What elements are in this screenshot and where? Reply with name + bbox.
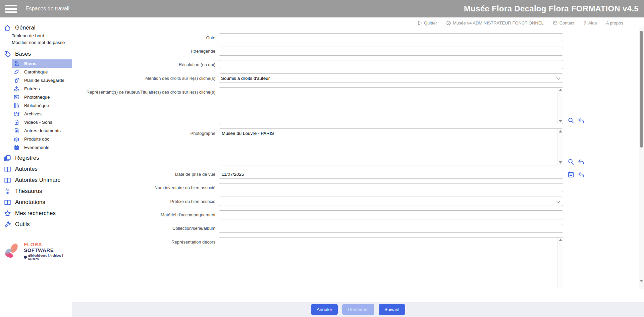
representation-decors-textarea[interactable]: [219, 237, 563, 288]
home-icon: [3, 24, 11, 32]
form-action-bar: Annuler Précédent Suivant: [72, 302, 644, 317]
search-icon[interactable]: [567, 117, 575, 124]
sidebar-item-evenements[interactable]: Evènements: [12, 143, 72, 152]
undo-icon[interactable]: [578, 171, 585, 178]
main-content: Quitter Musée v4 ADMINISTRATEUR FONCTION…: [72, 17, 644, 317]
open-book-icon: [3, 198, 11, 206]
textarea-scrollbar[interactable]: [557, 88, 563, 124]
about-link[interactable]: A propos: [606, 20, 623, 25]
resolution-input[interactable]: [219, 60, 563, 69]
sidebar-section-registres[interactable]: Registres: [0, 153, 72, 163]
fire-extinguisher-icon: [13, 77, 20, 84]
search-icon[interactable]: [567, 158, 575, 165]
sidebar-item-autres-documents[interactable]: Autres documents: [12, 126, 72, 135]
sidebar-section-outils[interactable]: Outils: [0, 220, 72, 229]
sidebar-item-phototheque[interactable]: Photothèque: [12, 93, 72, 101]
date-prise-de-vue-input[interactable]: [219, 170, 563, 179]
sidebar: Général Tableau de bord Modifier son mot…: [0, 17, 72, 317]
pen-icon: [13, 68, 20, 75]
logo-brand-flora: FLORA: [24, 242, 42, 247]
sidebar-section-general[interactable]: Général: [0, 23, 72, 33]
field-label-representant-droits: Représentant(s) de l'auteur/Titulaire(s)…: [72, 87, 219, 95]
copies-icon: [3, 154, 11, 162]
butterfly-logo-icon: [3, 241, 21, 261]
photo-icon: [13, 94, 20, 101]
inbox-download-icon: [13, 85, 20, 92]
tag-icon: [3, 50, 11, 58]
sidebar-section-thesaurus[interactable]: A↓↑B Thesaurus: [0, 187, 72, 196]
photographe-textarea[interactable]: Musée du Louvre - PARIS: [219, 128, 563, 165]
sidebar-item-tableau-de-bord[interactable]: Tableau de bord: [0, 33, 72, 39]
record-edit-form: Cote Titre/légende Résolution (en dpi) M…: [72, 29, 639, 288]
field-label-date-prise-de-vue: Date de prise de vue: [72, 172, 219, 177]
mention-droits-select[interactable]: Soumis à droits d'auteur: [219, 73, 563, 83]
paper-stack-icon: [13, 136, 20, 143]
textarea-scrollbar[interactable]: [557, 129, 563, 165]
sidebar-section-autorites-unimarc[interactable]: Autorités Unimarc: [0, 175, 72, 185]
num-inventaire-input[interactable]: [219, 183, 563, 192]
logo-brand-software: SOFTWARE: [24, 247, 54, 253]
undo-icon[interactable]: [578, 117, 585, 124]
open-book-icon: [3, 176, 11, 184]
books-icon: [13, 102, 20, 109]
sidebar-section-bases[interactable]: Bases: [0, 49, 72, 59]
sidebar-section-annotations[interactable]: Annotations: [0, 198, 72, 207]
next-button[interactable]: Suivant: [379, 304, 405, 315]
sidebar-item-biens[interactable]: ♘ Biens: [12, 59, 72, 68]
logo-dot: [24, 256, 27, 259]
field-label-collection-serie-album: Collection/série/album: [72, 226, 219, 231]
sidebar-item-entrees[interactable]: Entrées: [12, 85, 72, 93]
logo-tagline: Bibliothèques | Archives | Musées: [28, 254, 72, 261]
field-label-mention-droits: Mention des droits sur le(s) cliché(s): [72, 76, 219, 81]
titre-legende-input[interactable]: [219, 47, 563, 56]
calendar-picker-icon[interactable]: [567, 171, 575, 178]
representant-droits-textarea[interactable]: [219, 87, 563, 124]
page-scrollbar[interactable]: [639, 27, 644, 289]
scroll-down-icon[interactable]: [640, 280, 643, 288]
field-label-materiel-accompagnement: Matériel d'accompagnement: [72, 212, 219, 217]
open-box-icon: [13, 110, 20, 117]
chess-knight-icon: ♘: [13, 60, 20, 67]
sort-alpha-icon: A↓↑B: [3, 187, 11, 195]
field-label-cote: Cote: [72, 35, 219, 40]
workspace-label[interactable]: Espaces de travail: [25, 6, 69, 12]
top-header-bar: Espaces de travail Musée Flora Decalog F…: [0, 0, 644, 17]
cancel-button[interactable]: Annuler: [311, 304, 338, 315]
prefixe-bien-select[interactable]: [219, 197, 563, 206]
sidebar-item-carotheque[interactable]: Carothèque: [12, 68, 72, 76]
collection-serie-album-input[interactable]: [219, 224, 563, 233]
envelope-icon: [553, 20, 558, 25]
undo-icon[interactable]: [578, 158, 585, 165]
star-icon: [3, 209, 11, 217]
contact-link[interactable]: Contact: [553, 20, 575, 25]
user-account-link[interactable]: Musée v4 ADMINISTRATEUR FONCTIONNEL: [446, 20, 544, 25]
open-book-icon: [3, 165, 11, 173]
sidebar-item-plan-de-sauvegarde[interactable]: Plan de sauvegarde: [12, 76, 72, 85]
video-file-icon: [13, 119, 20, 126]
sidebar-item-produits-doc[interactable]: Produits doc.: [12, 135, 72, 143]
materiel-accompagnement-input[interactable]: [219, 210, 563, 219]
help-link[interactable]: ? Aide: [583, 20, 597, 26]
scrollbar-thumb[interactable]: [640, 31, 643, 148]
hamburger-menu-icon[interactable]: [5, 5, 17, 13]
sidebar-item-videos-sons[interactable]: Vidéos - Sons: [12, 118, 72, 126]
sidebar-item-archives[interactable]: Archives: [12, 110, 72, 118]
document-icon: [13, 127, 20, 134]
top-links-toolbar: Quitter Musée v4 ADMINISTRATEUR FONCTION…: [72, 17, 639, 29]
logout-icon: [417, 20, 422, 25]
quit-link[interactable]: Quitter: [417, 20, 437, 25]
user-icon: [446, 20, 451, 25]
flora-software-logo: FLORA SOFTWARE Bibliothèques | Archives …: [3, 241, 72, 261]
form-scroll-area: Cote Titre/légende Résolution (en dpi) M…: [72, 29, 639, 288]
field-label-num-inventaire: Num inventaire du bien associé: [72, 185, 219, 190]
previous-button[interactable]: Précédent: [342, 304, 374, 315]
field-label-prefixe-bien: Préfixe du bien associé: [72, 199, 219, 204]
sidebar-item-bibliotheque[interactable]: Bibliothèque: [12, 101, 72, 110]
sidebar-section-autorites[interactable]: Autorités: [0, 164, 72, 174]
sidebar-section-mes-recherches[interactable]: Mes recherches: [0, 209, 72, 218]
app-title: Musée Flora Decalog Flora FORMATION v4.5: [464, 4, 639, 13]
field-label-representation-decors: Représentation décors: [72, 237, 219, 245]
textarea-scrollbar[interactable]: [557, 237, 563, 288]
cote-input[interactable]: [219, 33, 563, 42]
sidebar-item-modifier-mot-de-passe[interactable]: Modifier son mot de passe: [0, 39, 72, 46]
